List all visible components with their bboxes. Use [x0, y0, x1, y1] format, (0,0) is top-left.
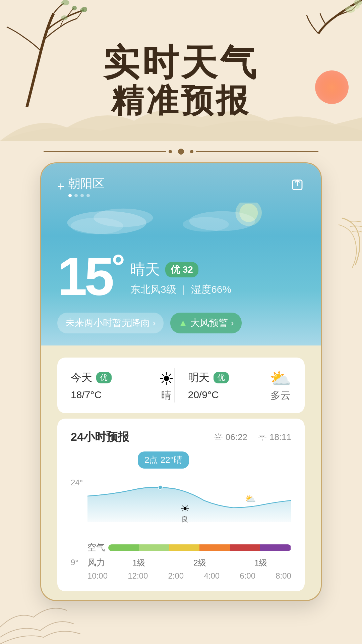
time-12: 12:00: [128, 571, 148, 581]
share-icon[interactable]: [290, 177, 305, 195]
time-2: 2:00: [168, 571, 184, 581]
alert-row: 未来两小时暂无降雨 › ▲ 大风预警 ›: [57, 313, 305, 333]
hero-section: 实时天气 精准预报: [0, 0, 362, 141]
dot-3: [80, 194, 84, 197]
dot-1: [68, 194, 72, 197]
location-dots: [68, 194, 105, 197]
tomorrow-icon: ⛅: [269, 368, 291, 389]
time-6: 6:00: [240, 571, 255, 581]
temp-info: 晴天 优 32 东北风3级 | 湿度66%: [130, 250, 231, 297]
air-quality-row: 空气: [87, 542, 291, 553]
wind-humidity: 东北风3级 | 湿度66%: [130, 283, 231, 297]
tomorrow-label-row: 明天 优: [188, 370, 229, 385]
wind-level-1: 1级: [132, 557, 145, 568]
hourly-header: 24小时预报 06:22: [71, 429, 291, 445]
sunset-time: 18:11: [257, 432, 291, 442]
no-rain-alert-btn[interactable]: 未来两小时暂无降雨 ›: [57, 313, 164, 333]
hourly-section: 24小时预报 06:22: [57, 419, 305, 591]
wind-label: 风力: [87, 557, 105, 569]
today-badge: 优: [96, 372, 112, 383]
weather-header-top: + 朝阳区: [57, 175, 305, 197]
temp-display: 15° 晴天 优 32 东北风3级 | 湿度66%: [57, 250, 305, 303]
svg-text:良: 良: [181, 515, 188, 523]
location-area: + 朝阳区: [57, 175, 105, 197]
y-axis-labels: 24° 9°: [71, 475, 87, 581]
svg-point-14: [70, 218, 123, 234]
tomorrow-temp: 20/9°C: [188, 389, 229, 400]
today-right: ☀ 晴: [159, 369, 174, 402]
sunset-icon: [257, 432, 267, 442]
daily-forecast: 今天 优 18/7°C ☀ 晴 明天 优: [57, 358, 305, 413]
condition-row: 晴天 优 32: [130, 260, 231, 279]
phone-card: + 朝阳区: [40, 162, 322, 601]
svg-point-19: [158, 485, 162, 489]
today-left: 今天 优 18/7°C: [71, 370, 112, 400]
deco-rule: [44, 148, 318, 156]
svg-point-16: [183, 217, 229, 231]
temp-row: 15° 晴天 优 32 东北风3级 | 湿度66%: [57, 250, 305, 303]
dot-2: [74, 194, 78, 197]
sunrise-time: 06:22: [214, 432, 247, 442]
chart-body: ☀ ⛅ 良 空气: [87, 475, 291, 581]
time-10: 10:00: [87, 571, 108, 581]
tomorrow-right: ⛅ 多云: [269, 368, 291, 402]
hourly-title: 24小时预报: [71, 429, 129, 445]
today-forecast: 今天 优 18/7°C ☀ 晴: [71, 368, 174, 402]
wind-level-3: 1级: [254, 557, 267, 568]
location-name: 朝阳区: [68, 175, 105, 192]
time-4: 4:00: [204, 571, 220, 581]
sky-visual: [57, 203, 305, 243]
main-title: 实时天气: [103, 43, 259, 83]
chart-area: 24° 9°: [71, 475, 291, 581]
air-quality-label: 空气: [87, 542, 105, 553]
time-8: 8:00: [276, 571, 291, 581]
today-condition: 晴: [161, 389, 171, 402]
wind-warning-btn[interactable]: ▲ 大风预警 ›: [170, 313, 242, 333]
today-label-row: 今天 优: [71, 370, 112, 385]
chart-tooltip-area: 2点 22°晴: [71, 451, 291, 472]
tomorrow-condition: 多云: [270, 389, 291, 402]
sub-title: 精准预报: [111, 83, 251, 118]
dot-4: [86, 194, 90, 197]
add-location-icon[interactable]: +: [57, 179, 64, 194]
today-icon: ☀: [159, 369, 174, 389]
tomorrow-label: 明天: [188, 370, 209, 385]
temp-chart: ☀ ⛅ 良: [87, 475, 291, 535]
today-temp: 18/7°C: [71, 389, 112, 400]
time-axis: 10:00 12:00 2:00 4:00 6:00 8:00: [87, 571, 291, 581]
wind-row: 风力 1级 2级 1级: [87, 557, 291, 569]
sunrise-icon: [214, 432, 223, 442]
degree-symbol: °: [112, 241, 122, 285]
today-label: 今天: [71, 370, 92, 385]
weather-header: + 朝阳区: [41, 163, 321, 345]
aq-bar: [108, 544, 291, 551]
tomorrow-badge: 优: [214, 372, 229, 383]
tomorrow-left: 明天 优 20/9°C: [188, 370, 229, 400]
svg-text:⛅: ⛅: [245, 493, 256, 504]
sun-times: 06:22 18:11: [214, 432, 291, 442]
aqi-badge: 优 32: [165, 262, 198, 277]
condition-text: 晴天: [130, 260, 160, 279]
temperature: 15°: [57, 250, 122, 303]
svg-text:☀: ☀: [180, 503, 190, 515]
chart-tooltip: 2点 22°晴: [138, 451, 189, 469]
wind-level-2: 2级: [193, 557, 206, 568]
tomorrow-forecast: 明天 优 20/9°C ⛅ 多云: [174, 368, 292, 402]
